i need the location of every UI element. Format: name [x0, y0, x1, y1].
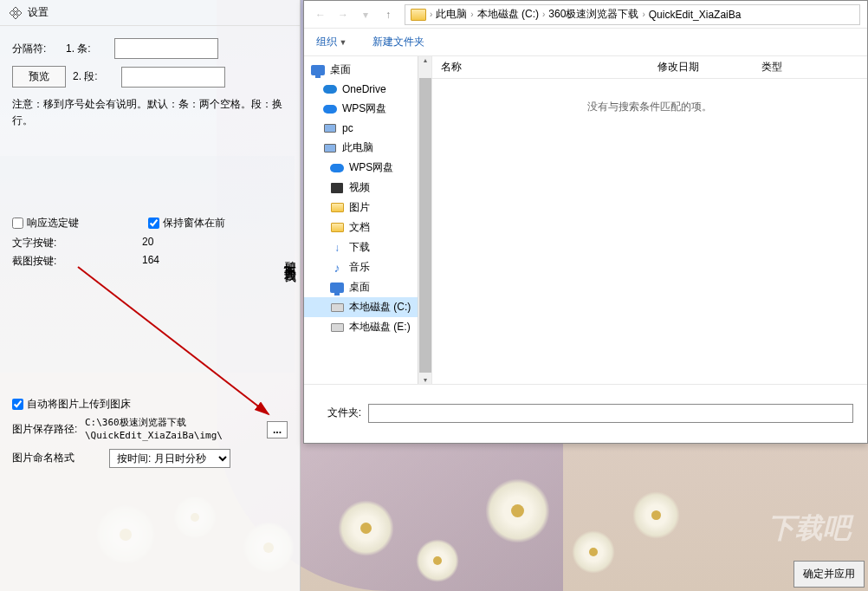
tree-item-label: 此电脑	[342, 140, 373, 155]
chevron-right-icon: ›	[430, 10, 432, 19]
tree-item-label: OneDrive	[342, 83, 386, 95]
tree-item[interactable]: 桌面	[304, 277, 431, 297]
watermark-logo: 下载吧	[768, 510, 851, 548]
desktop-icon	[311, 63, 325, 77]
item1-input[interactable]	[114, 38, 218, 59]
nav-up-button[interactable]: ↑	[379, 5, 398, 24]
tree-item-label: 音乐	[349, 260, 370, 275]
autoupload-checkbox-input[interactable]	[12, 399, 23, 410]
dialog-nav-bar: ← → ▾ ↑ › 此电脑 › 本地磁盘 (C:) › 360极速浏览器下载 ›…	[304, 1, 867, 29]
desktop-icon	[330, 281, 344, 295]
nav-back-button[interactable]: ←	[311, 5, 330, 24]
tree-item-label: pc	[342, 122, 353, 134]
folder-icon	[330, 221, 344, 235]
tree-item[interactable]: 本地磁盘 (C:)	[304, 297, 431, 317]
tree-item-label: 本地磁盘 (E:)	[349, 320, 411, 334]
tree-item[interactable]: 图片	[304, 198, 431, 218]
tree-item[interactable]: pc	[304, 119, 431, 138]
autoupload-checkbox[interactable]: 自动将图片上传到图床	[12, 397, 288, 412]
separator-label: 分隔符:	[12, 42, 59, 56]
file-list-area: 名称 修改日期 类型 没有与搜索条件匹配的项。	[432, 56, 867, 384]
cloud-wps-icon	[330, 161, 344, 175]
column-headers: 名称 修改日期 类型	[432, 56, 867, 79]
tree-item[interactable]: 桌面	[304, 60, 431, 80]
tree-item-label: 本地磁盘 (C:)	[349, 300, 411, 315]
text-key-value: 20	[142, 236, 153, 250]
item2-input[interactable]	[121, 67, 225, 88]
note-text: 注意：移到序号处会有说明。默认：条：两个空格。段：换行。	[12, 96, 288, 129]
vertical-poem-text: 碧恨车遥青我四	[282, 251, 298, 263]
img-path-value: C:\360极速浏览器下载\QuickEdit_XiaZaiBa\img\	[85, 417, 241, 442]
tree-item[interactable]: 此电脑	[304, 138, 431, 158]
scrollbar[interactable]: ▴▾	[418, 56, 431, 384]
response-checkbox-input[interactable]	[12, 218, 23, 229]
folder-browse-dialog: ← → ▾ ↑ › 此电脑 › 本地磁盘 (C:) › 360极速浏览器下载 ›…	[303, 0, 868, 444]
img-path-label: 图片保存路径:	[12, 422, 80, 437]
settings-header: 设置	[0, 0, 300, 26]
chevron-right-icon: ›	[470, 10, 473, 19]
dialog-footer: 文件夹:	[304, 384, 867, 441]
download-icon: ↓	[330, 241, 344, 255]
folder-icon	[330, 201, 344, 215]
breadcrumb-item[interactable]: 此电脑	[436, 7, 467, 22]
organize-button[interactable]: 组织	[316, 35, 347, 49]
drive-icon	[330, 321, 344, 334]
cloud-wps-icon	[323, 102, 337, 116]
tree-item[interactable]: WPS网盘	[304, 158, 431, 178]
tree-item[interactable]: ↓下载	[304, 237, 431, 257]
col-type-header[interactable]: 类型	[761, 60, 858, 75]
tree-item-label: 文档	[349, 220, 370, 235]
breadcrumb[interactable]: › 此电脑 › 本地磁盘 (C:) › 360极速浏览器下载 › QuickEd…	[405, 4, 860, 25]
nav-recent-button[interactable]: ▾	[356, 5, 375, 24]
col-name-header[interactable]: 名称	[441, 60, 657, 75]
settings-panel: 设置 分隔符: 1. 条: 预览 2. 段: 注意：移到序号处会有说明。默认：条…	[0, 0, 301, 591]
cloud-icon	[323, 82, 337, 96]
browse-button[interactable]: ...	[267, 421, 288, 438]
text-key-label: 文字按键:	[12, 236, 142, 250]
tree-item[interactable]: 文档	[304, 218, 431, 237]
naming-label: 图片命名格式	[12, 451, 74, 465]
screenshot-key-label: 截图按键:	[12, 254, 142, 269]
item1-label: 1. 条:	[66, 42, 107, 56]
response-checkbox[interactable]: 响应选定键	[12, 216, 79, 231]
monitor-icon	[323, 141, 337, 155]
naming-dropdown[interactable]: 按时间: 月日时分秒	[109, 449, 230, 468]
keepfront-checkbox[interactable]: 保持窗体在前	[148, 216, 225, 231]
chevron-right-icon: ›	[642, 10, 645, 19]
folder-icon	[411, 9, 426, 21]
settings-icon	[9, 6, 23, 20]
empty-message: 没有与搜索条件匹配的项。	[432, 79, 867, 135]
folder-name-label: 文件夹:	[318, 406, 361, 420]
music-icon: ♪	[330, 261, 344, 275]
settings-title: 设置	[28, 5, 49, 20]
video-icon	[330, 181, 344, 195]
monitor-icon	[323, 121, 337, 135]
col-date-header[interactable]: 修改日期	[657, 60, 761, 75]
breadcrumb-item[interactable]: 360极速浏览器下载	[548, 7, 638, 22]
breadcrumb-item[interactable]: QuickEdit_XiaZaiBa	[649, 9, 742, 21]
tree-item-label: WPS网盘	[342, 101, 386, 116]
tree-item[interactable]: OneDrive	[304, 80, 431, 99]
tree-item-label: 下载	[349, 240, 370, 255]
dialog-toolbar: 组织 新建文件夹	[304, 29, 867, 56]
ok-apply-button[interactable]: 确定并应用	[794, 561, 865, 588]
breadcrumb-item[interactable]: 本地磁盘 (C:)	[477, 7, 539, 22]
drive-icon	[330, 301, 344, 315]
tree-item-label: 图片	[349, 200, 370, 215]
keepfront-checkbox-input[interactable]	[148, 218, 159, 229]
tree-item-label: 视频	[349, 180, 370, 195]
folder-tree[interactable]: 桌面OneDriveWPS网盘pc此电脑WPS网盘视频图片文档↓下载♪音乐桌面本…	[304, 56, 432, 384]
chevron-right-icon: ›	[542, 10, 545, 19]
screenshot-key-value: 164	[142, 254, 159, 269]
item2-label: 2. 段:	[73, 69, 114, 84]
new-folder-button[interactable]: 新建文件夹	[372, 35, 424, 49]
tree-item[interactable]: WPS网盘	[304, 99, 431, 119]
tree-item[interactable]: 本地磁盘 (E:)	[304, 317, 431, 337]
nav-forward-button[interactable]: →	[334, 5, 353, 24]
tree-item[interactable]: 视频	[304, 178, 431, 198]
tree-item-label: 桌面	[349, 280, 370, 295]
tree-item[interactable]: ♪音乐	[304, 257, 431, 277]
tree-item-label: 桌面	[330, 62, 351, 77]
folder-name-input[interactable]	[368, 404, 853, 423]
preview-button[interactable]: 预览	[12, 66, 66, 88]
